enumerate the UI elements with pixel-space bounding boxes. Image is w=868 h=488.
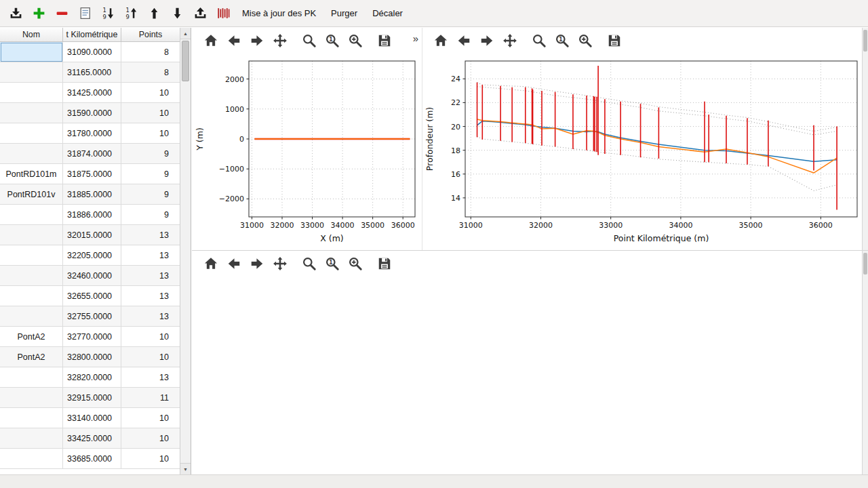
table-row[interactable]: 31874.00009: [0, 144, 180, 164]
points-cell[interactable]: 9: [121, 164, 180, 184]
update-pk-button[interactable]: Mise à jour des PK: [236, 5, 322, 22]
table-row[interactable]: 32820.000013: [0, 367, 180, 388]
points-cell[interactable]: 13: [121, 306, 180, 327]
pk-cell[interactable]: 32755.0000: [63, 306, 121, 327]
zoom-region-button[interactable]: [576, 32, 594, 50]
home-button[interactable]: [201, 255, 220, 273]
save-button[interactable]: [375, 255, 393, 273]
nom-cell[interactable]: [0, 225, 63, 245]
nom-cell[interactable]: [0, 388, 63, 408]
column-header-points[interactable]: Points: [121, 28, 180, 42]
forward-button[interactable]: [248, 255, 266, 273]
points-cell[interactable]: 9: [121, 144, 180, 164]
table-row[interactable]: 31090.00008: [0, 42, 180, 62]
right-scrollbar-bottom[interactable]: [862, 251, 868, 474]
nom-cell[interactable]: [0, 408, 63, 428]
zoom-button[interactable]: [300, 32, 318, 50]
nom-cell[interactable]: PontA2: [0, 347, 63, 367]
pk-cell[interactable]: 31425.0000: [63, 83, 121, 103]
pk-cell[interactable]: 32205.0000: [63, 245, 121, 266]
points-cell[interactable]: 10: [121, 428, 180, 449]
export-button[interactable]: [190, 3, 210, 24]
pk-cell[interactable]: 32800.0000: [63, 347, 121, 367]
nom-cell[interactable]: [0, 367, 63, 388]
table-row[interactable]: 33685.000010: [0, 449, 180, 469]
back-button[interactable]: [224, 255, 243, 273]
pk-cell[interactable]: 31590.0000: [63, 103, 121, 123]
points-cell[interactable]: 10: [121, 83, 180, 103]
table-row[interactable]: 32460.000013: [0, 266, 180, 286]
points-cell[interactable]: 13: [121, 367, 180, 388]
nom-cell[interactable]: PontA2: [0, 327, 63, 347]
edit-list-button[interactable]: [75, 3, 95, 24]
plan-chart[interactable]: 310003200033000340003500036000−2000−1000…: [192, 54, 422, 250]
pk-cell[interactable]: 32820.0000: [63, 367, 121, 388]
table-row[interactable]: 33140.000010: [0, 408, 180, 428]
move-down-button[interactable]: [167, 3, 187, 24]
points-cell[interactable]: 8: [121, 42, 180, 62]
pk-cell[interactable]: 33425.0000: [63, 428, 121, 449]
home-button[interactable]: [431, 32, 450, 50]
points-cell[interactable]: 10: [121, 449, 180, 469]
back-button[interactable]: [454, 32, 473, 50]
remove-button[interactable]: [52, 3, 72, 24]
points-cell[interactable]: 13: [121, 245, 180, 266]
nom-cell[interactable]: [0, 103, 63, 123]
pk-cell[interactable]: 31886.0000: [63, 205, 121, 225]
nom-cell[interactable]: [0, 266, 63, 286]
sort-desc-button[interactable]: [98, 3, 118, 24]
cross-sections-button[interactable]: [213, 3, 233, 24]
table-row[interactable]: 33425.000010: [0, 428, 180, 449]
pk-cell[interactable]: 32770.0000: [63, 327, 121, 347]
table-row[interactable]: PontRD101m31875.00009: [0, 164, 180, 184]
zoom-button[interactable]: [300, 255, 318, 273]
pk-cell[interactable]: 33685.0000: [63, 449, 121, 469]
table-row[interactable]: 31590.000010: [0, 103, 180, 123]
pk-cell[interactable]: 32655.0000: [63, 286, 121, 306]
save-button[interactable]: [375, 32, 393, 50]
profile-chart[interactable]: 3100032000330003400035000360001416182022…: [422, 54, 863, 250]
zoom-original-button[interactable]: [323, 255, 341, 273]
nom-cell[interactable]: [0, 144, 63, 164]
table-row[interactable]: 32915.000011: [0, 388, 180, 408]
table-row[interactable]: PontA232800.000010: [0, 347, 180, 367]
forward-button[interactable]: [248, 32, 266, 50]
points-cell[interactable]: 10: [121, 123, 180, 144]
toolbar-overflow-button[interactable]: »: [413, 33, 418, 44]
pk-cell[interactable]: 33140.0000: [63, 408, 121, 428]
pan-button[interactable]: [271, 255, 289, 273]
nom-cell[interactable]: [0, 42, 63, 62]
nom-cell[interactable]: [0, 245, 63, 266]
table-row[interactable]: 32015.000013: [0, 225, 180, 245]
points-cell[interactable]: 9: [121, 205, 180, 225]
import-button[interactable]: [5, 3, 26, 24]
shift-button[interactable]: Décaler: [366, 5, 409, 22]
pk-cell[interactable]: 32460.0000: [63, 266, 121, 286]
points-cell[interactable]: 8: [121, 62, 180, 83]
pan-button[interactable]: [500, 32, 519, 50]
table-row[interactable]: PontA232770.000010: [0, 327, 180, 347]
pk-cell[interactable]: 31090.0000: [63, 42, 121, 62]
pk-cell[interactable]: 32015.0000: [63, 225, 121, 245]
table-row[interactable]: 31165.00008: [0, 62, 180, 83]
zoom-button[interactable]: [530, 32, 548, 50]
right-scrollbar-top[interactable]: [862, 28, 868, 250]
column-header-pk[interactable]: t Kilométrique: [63, 28, 121, 42]
nom-cell[interactable]: [0, 123, 63, 144]
points-cell[interactable]: 10: [121, 347, 180, 367]
table-row[interactable]: 32655.000013: [0, 286, 180, 306]
zoom-original-button[interactable]: [553, 32, 571, 50]
points-cell[interactable]: 13: [121, 266, 180, 286]
forward-button[interactable]: [477, 32, 496, 50]
table-row[interactable]: 32755.000013: [0, 306, 180, 327]
home-button[interactable]: [201, 32, 220, 50]
table-row[interactable]: 31886.00009: [0, 205, 180, 225]
table-row[interactable]: 31425.000010: [0, 83, 180, 103]
table-row[interactable]: 31780.000010: [0, 123, 180, 144]
scroll-down-icon[interactable]: ▼: [180, 463, 191, 474]
scrollbar-thumb[interactable]: [863, 30, 867, 52]
zoom-region-button[interactable]: [346, 255, 364, 273]
scrollbar-thumb[interactable]: [182, 41, 189, 81]
points-cell[interactable]: 13: [121, 286, 180, 306]
nom-cell[interactable]: [0, 306, 63, 327]
